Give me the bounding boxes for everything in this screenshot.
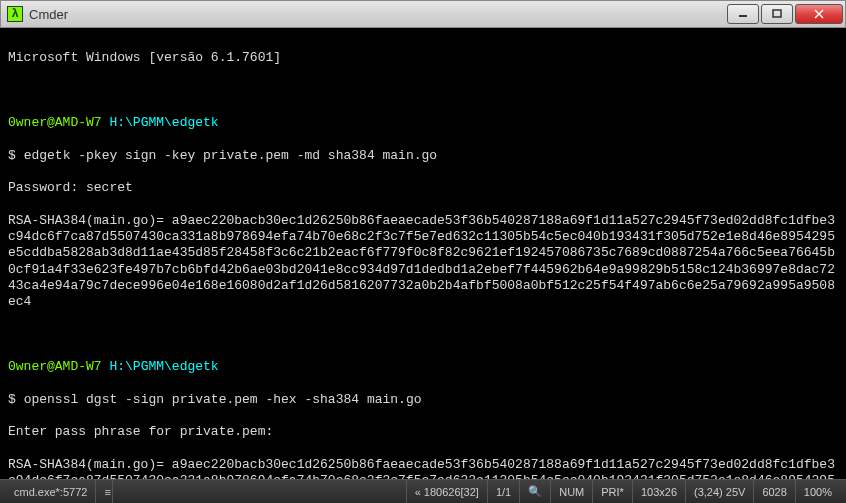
prompt-line: 0wner@AMD-W7 H:\PGMM\edgetk xyxy=(8,359,838,375)
window-buttons xyxy=(727,4,843,24)
status-line: 1/1 xyxy=(488,480,520,503)
close-button[interactable] xyxy=(795,4,843,24)
status-cursor: (3,24) 25V xyxy=(686,480,754,503)
terminal-output[interactable]: Microsoft Windows [versão 6.1.7601] 0wne… xyxy=(0,28,846,479)
hash-output: RSA-SHA384(main.go)= a9aec220bacb30ec1d2… xyxy=(8,457,838,480)
status-zoom: 100% xyxy=(796,480,840,503)
status-pid: 6028 xyxy=(754,480,795,503)
minimize-button[interactable] xyxy=(727,4,759,24)
maximize-button[interactable] xyxy=(761,4,793,24)
status-cols: 103x26 xyxy=(633,480,686,503)
password-line: Password: secret xyxy=(8,180,838,196)
status-spacer xyxy=(113,480,406,503)
hash-output: RSA-SHA384(main.go)= a9aec220bacb30ec1d2… xyxy=(8,213,838,311)
titlebar: λ Cmder xyxy=(0,0,846,28)
command-line: $ edgetk -pkey sign -key private.pem -md… xyxy=(8,148,838,164)
status-pri: PRI* xyxy=(593,480,633,503)
menu-icon[interactable]: ≡ xyxy=(96,480,113,503)
banner-line: Microsoft Windows [versão 6.1.7601] xyxy=(8,50,838,66)
window-title: Cmder xyxy=(29,7,727,22)
prompt-line: 0wner@AMD-W7 H:\PGMM\edgetk xyxy=(8,115,838,131)
passphrase-line: Enter pass phrase for private.pem: xyxy=(8,424,838,440)
svg-rect-1 xyxy=(773,10,781,17)
app-icon: λ xyxy=(7,6,23,22)
status-scroll: « 180626[32] xyxy=(407,480,488,503)
status-search-icon[interactable]: 🔍 xyxy=(520,480,551,503)
statusbar: cmd.exe*:5772 ≡ « 180626[32] 1/1 🔍 NUM P… xyxy=(0,479,846,503)
tab-indicator[interactable]: cmd.exe*:5772 xyxy=(6,480,96,503)
command-line: $ openssl dgst -sign private.pem -hex -s… xyxy=(8,392,838,408)
status-numlock: NUM xyxy=(551,480,593,503)
